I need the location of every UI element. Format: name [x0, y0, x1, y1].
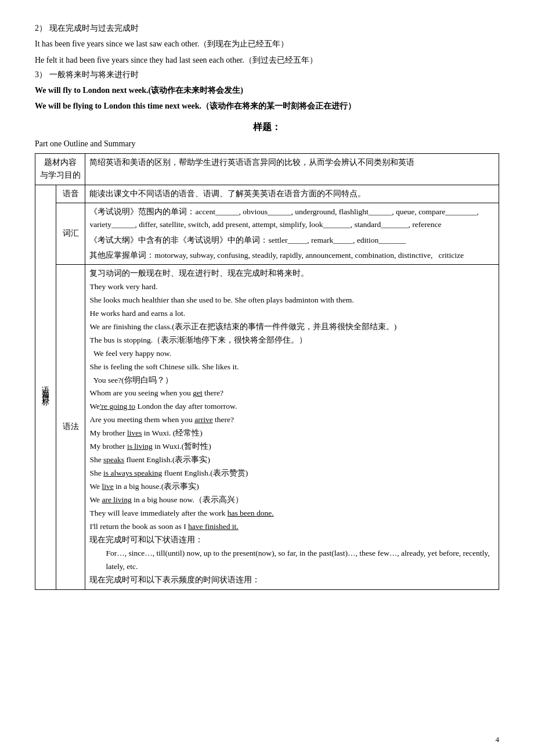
grammar-line-9: Whom are you seeing when you get there?	[89, 387, 495, 400]
grammar-line-4: We are finishing the class.(表示正在把该结束的事情一…	[89, 321, 495, 334]
table-row-vocab: 词汇 《考试说明》范围内的单词：accent______, obvious___…	[35, 203, 499, 264]
sample-title: 样题：	[35, 121, 499, 134]
table-row-topic: 题材内容与学习目的 简绍英语和美语的区别，帮助学生进行英语语言异同的比较，从而学…	[35, 154, 499, 185]
grammar-line-2: She looks much healthier than she used t…	[89, 294, 495, 307]
underline-is-living: is living	[127, 442, 153, 451]
grammar-line-22: 现在完成时可和以下表示频度的时间状语连用：	[89, 574, 495, 587]
grammar-line-15: She is always speaking fluent English.(表…	[89, 467, 495, 480]
underline-speaks: speaks	[103, 455, 124, 464]
grammar-line-20: 现在完成时可和以下状语连用：	[89, 534, 495, 547]
underline-going: 're going to	[100, 402, 135, 411]
line1: It has been five years since we last saw…	[35, 37, 499, 51]
outline-table: 题材内容与学习目的 简绍英语和美语的区别，帮助学生进行英语语言异同的比较，从而学…	[35, 153, 499, 589]
grammar-line-17: We are living in a big house now.（表示高兴）	[89, 494, 495, 507]
underline-are-living: are living	[102, 495, 131, 504]
grammar-line-21: For…, since…, till(until) now, up to the…	[89, 547, 495, 574]
grammar-line-11: Are you meeting them when you arrive the…	[89, 413, 495, 427]
intro-section: 2） 现在完成时与过去完成时 It has been five years si…	[35, 23, 499, 113]
table-row-phonetics: 语言知识目标 语音 能读出课文中不同话语的语音、语调、了解英美英语在语音方面的不…	[35, 185, 499, 203]
topic-content: 简绍英语和美语的区别，帮助学生进行英语语言异同的比较，从而学会辨认不同类别和英语	[85, 154, 499, 185]
underline-arrive: arrive	[194, 415, 212, 424]
vocab-line2: 《考试大纲》中含有的非《考试说明》中的单词：settler_____, rema…	[89, 234, 495, 247]
vocab-content: 《考试说明》范围内的单词：accent______, obvious______…	[85, 203, 499, 264]
item3-heading: 3） 一般将来时与将来进行时	[35, 70, 499, 80]
main-label-lang: 语言知识目标	[35, 185, 56, 589]
vocab-label: 词汇	[56, 203, 85, 264]
line2: He felt it had been five years since the…	[35, 53, 499, 67]
underline-live: live	[102, 482, 113, 491]
page-number: 4	[496, 735, 500, 744]
vocab-line3: 其他应掌握单词：motorway, subway, confusing, ste…	[89, 249, 495, 262]
grammar-line-0: 复习动词的一般现在时、现在进行时、现在完成时和将来时。	[89, 267, 495, 280]
phonetics-content: 能读出课文中不同话语的语音、语调、了解英美英语在语音方面的不同特点。	[85, 185, 499, 203]
grammar-line-7: She is feeling the soft Chinese silk. Sh…	[89, 361, 495, 374]
item2-heading: 2） 现在完成时与过去完成时	[35, 23, 499, 34]
grammar-line-3: He works hard and earns a lot.	[89, 307, 495, 321]
grammar-line-5: The bus is stopping.（表示渐渐地停下来，很快将全部停住。）	[89, 334, 495, 347]
grammar-line-19: I'll return the book as soon as I have f…	[89, 520, 495, 534]
grammar-line-10: We're going to London the day after tomo…	[89, 400, 495, 413]
underline-is-always-speaking: is always speaking	[103, 469, 162, 477]
vocab-line1: 《考试说明》范围内的单词：accent______, obvious______…	[89, 206, 495, 232]
grammar-line-6: We feel very happy now.	[89, 347, 495, 361]
grammar-line-1: They work very hard.	[89, 280, 495, 294]
grammar-line-8: You see?(你明白吗？）	[89, 374, 495, 387]
grammar-line-18: They will leave immediately after the wo…	[89, 507, 495, 520]
grammar-content: 复习动词的一般现在时、现在进行时、现在完成时和将来时。 They work ve…	[85, 265, 499, 590]
underline-lives: lives	[127, 429, 142, 437]
topic-label: 题材内容与学习目的	[35, 154, 85, 185]
table-row-grammar: 语法 复习动词的一般现在时、现在进行时、现在完成时和将来时。 They work…	[35, 265, 499, 590]
underline-get: get	[193, 388, 203, 397]
grammar-line-14: She speaks fluent English.(表示事实)	[89, 453, 495, 467]
phonetics-label: 语音	[56, 185, 85, 203]
part-one-label: Part one Outline and Summary	[35, 139, 499, 149]
underline-have-finished: have finished it.	[188, 522, 239, 531]
grammar-line-13: My brother is living in Wuxi.(暂时性)	[89, 440, 495, 453]
grammar-label: 语法	[56, 265, 85, 590]
bold-line2: We will be flying to London this time ne…	[35, 99, 499, 113]
underline-has-been-done: has been done.	[228, 509, 274, 517]
bold-line1: We will fly to London next week.(该动作在未来时…	[35, 84, 499, 98]
grammar-line-12: My brother lives in Wuxi. (经常性)	[89, 427, 495, 440]
grammar-line-16: We live in a big house.(表示事实)	[89, 480, 495, 494]
